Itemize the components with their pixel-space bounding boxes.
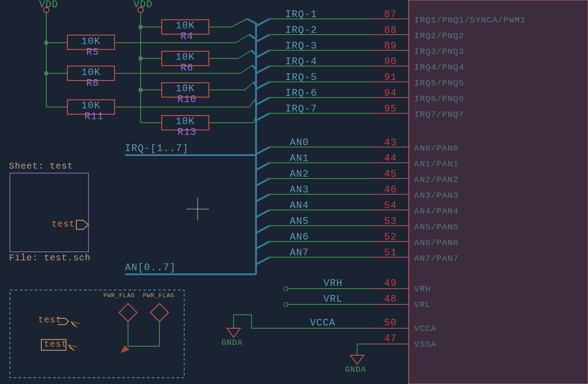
resistor-R13: [141, 116, 254, 130]
pin-num: 45: [384, 169, 397, 180]
net-label-vrl: VRL: [323, 294, 343, 305]
svg-line-68: [256, 147, 270, 154]
svg-line-44: [255, 99, 256, 103]
svg-rect-97: [284, 303, 287, 306]
net-label-an[interactable]: AN6: [290, 232, 309, 243]
pin-num: 89: [384, 40, 397, 52]
net-label-an[interactable]: AN3: [290, 184, 309, 196]
pin-num: 95: [384, 103, 397, 115]
net-label-irq[interactable]: IRQ-2: [285, 25, 317, 36]
power-label-vdd-right: VDD: [133, 0, 153, 10]
net-label-irq[interactable]: IRQ-4: [285, 56, 317, 67]
pin-num: 88: [384, 25, 397, 36]
pin-name: AN5/PAN5: [414, 222, 459, 232]
svg-line-58: [256, 82, 270, 89]
svg-line-64: [256, 113, 270, 121]
pin-name: AN0/PAN0: [414, 143, 459, 153]
bus-label-an[interactable]: AN[0..7]: [125, 262, 176, 273]
resistor-R11: [46, 100, 249, 114]
svg-line-83: [256, 226, 270, 233]
pin-num: 50: [384, 317, 397, 329]
svg-line-46: [256, 19, 270, 26]
svg-line-52: [256, 50, 270, 58]
pin-num: 53: [384, 216, 397, 227]
pin-num: 91: [384, 72, 397, 83]
svg-line-86: [256, 241, 270, 249]
pin-num: 46: [384, 184, 397, 196]
res-value: 10K: [176, 20, 195, 31]
res-ref: R6: [181, 63, 193, 74]
pin-name: IRQ4/PNQ4: [414, 63, 464, 72]
svg-line-89: [256, 257, 270, 264]
pin-num: 43: [384, 137, 397, 148]
pin-name: VCCA: [414, 324, 437, 334]
svg-rect-94: [284, 287, 287, 290]
pwr-flag-label: PWR_FLAG: [143, 292, 174, 299]
svg-line-49: [256, 35, 270, 42]
pin-num: 49: [384, 278, 397, 289]
power-label-vdd-left: VDD: [39, 0, 58, 10]
net-label-an[interactable]: AN7: [290, 247, 309, 259]
pin-name: AN4/PAN4: [414, 206, 459, 216]
net-label-irq[interactable]: IRQ-3: [285, 40, 317, 52]
svg-line-34: [247, 19, 256, 23]
res-ref: R11: [84, 111, 104, 122]
svg-line-33: [231, 19, 247, 27]
res-value: 10K: [81, 36, 101, 47]
res-value: 10K: [176, 83, 195, 94]
pin-num: 52: [384, 232, 397, 243]
res-ref: R13: [177, 127, 197, 138]
net-label-irq[interactable]: IRQ-6: [285, 88, 317, 99]
net-label-irq[interactable]: IRQ-5: [285, 72, 317, 83]
svg-line-77: [256, 194, 270, 201]
svg-line-37: [238, 50, 252, 58]
power-label-gnda: GNDA: [221, 338, 243, 347]
svg-line-80: [256, 210, 270, 217]
pin-name: AN2/PAN2: [414, 175, 459, 185]
pin-name: AN3/PAN3: [414, 191, 459, 201]
net-label-an[interactable]: AN5: [290, 216, 309, 227]
pin-name: IRQ7/PNQ7: [414, 110, 464, 120]
pin-num: 87: [384, 9, 397, 20]
pin-num: 90: [384, 56, 397, 67]
svg-line-36: [249, 35, 256, 39]
pin-name: AN7/PAN7: [414, 254, 459, 263]
net-label-an[interactable]: AN0: [290, 137, 309, 148]
net-label-irq[interactable]: IRQ-7: [285, 103, 317, 115]
svg-line-43: [249, 99, 255, 107]
pin-name: VRL: [414, 300, 431, 310]
pin-num: 47: [384, 333, 397, 344]
power-label-gnda: GNDA: [345, 365, 366, 374]
svg-line-41: [245, 82, 254, 90]
net-label-irq[interactable]: IRQ-1: [285, 9, 317, 20]
pin-name: AN1/PAN1: [414, 159, 459, 169]
pin-num: 51: [384, 247, 397, 259]
hier-label-sample[interactable]: test: [38, 315, 62, 325]
net-label-an[interactable]: AN1: [290, 153, 309, 164]
pin-name: IRQ2/PNQ2: [414, 31, 464, 41]
pin-name: IRQ5/PNQ5: [414, 78, 464, 88]
net-label-an[interactable]: AN4: [290, 200, 309, 211]
bus-label-irq[interactable]: IRQ-[1..7]: [125, 143, 189, 154]
resistor-R8: [46, 66, 240, 80]
sheet-pin-sample[interactable]: test: [44, 339, 67, 349]
pin-name: IRQ3/PNQ3: [414, 47, 464, 57]
svg-line-35: [236, 35, 249, 43]
res-value: 10K: [176, 116, 195, 127]
res-ref: R4: [181, 31, 193, 42]
res-ref: R8: [86, 78, 99, 89]
pin-num: 48: [384, 294, 397, 305]
res-ref: R5: [86, 47, 99, 58]
svg-line-74: [256, 179, 270, 186]
net-label-vcca: VCCA: [310, 317, 336, 329]
net-label-an[interactable]: AN2: [290, 169, 309, 180]
pin-name: IRQ1/PNQ1/SYNCA/PWM1: [414, 15, 526, 25]
res-value: 10K: [176, 52, 195, 63]
svg-line-61: [256, 98, 270, 105]
sheet-pin-label[interactable]: test: [52, 219, 75, 229]
pin-name: IRQ6/PNQ6: [414, 94, 464, 104]
svg-line-71: [256, 163, 270, 170]
pin-num: 94: [384, 88, 397, 99]
res-value: 10K: [81, 67, 101, 78]
res-value: 10K: [81, 100, 101, 112]
